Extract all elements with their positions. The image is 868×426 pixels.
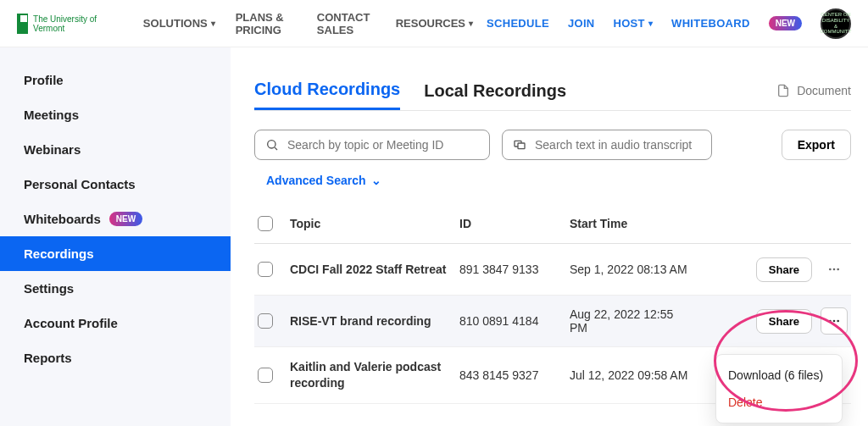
download-item[interactable]: Download (6 files) [716,362,842,389]
sidebar-item-profile[interactable]: Profile [0,63,231,97]
document-label: Document [797,84,851,97]
nav-whiteboard-label: WHITEBOARD [671,17,750,30]
share-button[interactable]: Share [756,309,812,334]
table-header: Topic ID Start Time [254,204,851,244]
more-dropdown: Download (6 files) Delete [715,354,843,423]
row-start-time: Sep 1, 2022 08:13 AM [570,263,688,276]
row-topic[interactable]: RISE-VT brand recording [290,313,459,329]
advanced-search-link[interactable]: Advanced Search ⌄ [266,174,381,187]
tab-label: Local Recordings [424,81,566,100]
search-transcript-box[interactable] [502,130,712,160]
document-icon [776,84,790,97]
search-row: Export [254,130,851,160]
sidebar-item-label: Recordings [24,246,94,261]
row-topic[interactable]: Kaitlin and Valerie podcast recording [290,359,459,391]
search-icon [265,138,279,152]
tabs-row: Cloud Recordings Local Recordings Docume… [254,71,851,111]
nav-contact-label: CONTACT SALES [317,11,376,36]
caret-down-icon: ▾ [648,19,653,28]
nav-left-group: SOLUTIONS ▾ PLANS & PRICING CONTACT SALE… [143,11,473,36]
row-checkbox[interactable] [258,368,273,383]
nav-schedule[interactable]: SCHEDULE [487,17,549,30]
nav-right-group: SCHEDULE JOIN HOST ▾ WHITEBOARD NEW CENT… [487,8,851,39]
nav-join[interactable]: JOIN [568,17,595,30]
row-actions: Share [688,256,851,283]
svg-rect-3 [518,143,525,149]
row-id: 843 8145 9327 [459,368,570,382]
svg-point-9 [837,320,839,323]
search-topic-input[interactable] [287,138,479,152]
tab-local-recordings[interactable]: Local Recordings [424,73,566,109]
sidebar-item-account-profile[interactable]: Account Profile [0,306,231,340]
nav-solutions[interactable]: SOLUTIONS ▾ [143,11,215,36]
svg-point-4 [829,268,832,271]
row-topic[interactable]: CDCI Fall 2022 Staff Retreat [290,262,459,278]
nav-host-label: HOST [613,17,644,30]
table-row: RISE-VT brand recording 810 0891 4184 Au… [254,296,851,347]
more-horizontal-icon [827,263,841,276]
more-horizontal-icon [827,314,841,328]
caret-down-icon: ▾ [211,19,215,28]
export-button[interactable]: Export [782,130,851,160]
svg-point-0 [268,141,275,148]
advanced-search-label: Advanced Search [266,174,366,187]
nav-join-label: JOIN [568,17,595,30]
tab-label: Cloud Recordings [254,80,400,98]
nav-whiteboard[interactable]: WHITEBOARD [671,17,750,30]
select-all-checkbox[interactable] [258,216,273,231]
share-button[interactable]: Share [756,257,812,282]
svg-point-5 [833,268,836,271]
delete-item[interactable]: Delete [716,389,842,416]
logo[interactable]: The University of Vermont [17,14,113,34]
sidebar-item-reports[interactable]: Reports [0,340,231,375]
row-start-time: Aug 22, 2022 12:55 PM [570,307,688,335]
sidebar-item-label: Profile [24,73,64,87]
table-row: CDCI Fall 2022 Staff Retreat 891 3847 91… [254,244,851,296]
document-link[interactable]: Document [776,84,851,97]
nav-resources[interactable]: RESOURCES ▾ [396,11,473,36]
svg-point-6 [837,268,839,271]
row-id: 891 3847 9133 [459,263,570,276]
avatar-text: CENTER ON DISABILITY & COMMUNITY [821,12,852,34]
sidebar-item-label: Meetings [24,108,79,122]
sidebar-item-settings[interactable]: Settings [0,271,231,306]
row-checkbox[interactable] [258,262,273,277]
more-button[interactable] [821,307,848,335]
sidebar-item-label: Account Profile [24,316,118,330]
svg-point-7 [829,320,832,323]
sidebar-item-whiteboards[interactable]: Whiteboards NEW [0,202,231,236]
more-button[interactable] [821,256,848,283]
avatar[interactable]: CENTER ON DISABILITY & COMMUNITY [821,8,851,39]
nav-solutions-label: SOLUTIONS [143,17,208,30]
sidebar-item-meetings[interactable]: Meetings [0,97,231,132]
layout: Profile Meetings Webinars Personal Conta… [0,47,868,426]
nav-plans-pricing[interactable]: PLANS & PRICING [236,11,297,36]
tab-cloud-recordings[interactable]: Cloud Recordings [254,71,400,110]
top-nav: The University of Vermont SOLUTIONS ▾ PL… [0,0,868,47]
row-checkbox[interactable] [258,313,273,329]
sidebar-item-personal-contacts[interactable]: Personal Contacts [0,167,231,202]
new-badge: NEW [109,212,142,226]
col-id: ID [459,217,570,230]
col-topic: Topic [290,217,459,230]
sidebar-item-label: Settings [24,281,74,296]
chevron-down-icon: ⌄ [371,174,381,187]
logo-text: The University of Vermont [33,14,113,33]
row-id: 810 0891 4184 [459,314,570,328]
new-badge: NEW [769,16,802,30]
nav-host[interactable]: HOST ▾ [613,17,653,30]
search-topic-box[interactable] [254,130,490,160]
sidebar-item-label: Reports [24,351,72,365]
caret-down-icon: ▾ [469,19,473,28]
row-start-time: Jul 12, 2022 09:58 AM [570,368,688,382]
sidebar-item-webinars[interactable]: Webinars [0,132,231,167]
search-transcript-input[interactable] [535,138,701,152]
nav-schedule-label: SCHEDULE [487,17,549,30]
sidebar-item-label: Webinars [24,142,81,157]
sidebar-item-recordings[interactable]: Recordings [0,236,231,271]
transcript-icon [513,138,526,152]
nav-contact-sales[interactable]: CONTACT SALES [317,11,376,36]
sidebar: Profile Meetings Webinars Personal Conta… [0,47,231,426]
row-actions: Share [688,307,851,335]
col-start-time: Start Time [570,217,688,230]
